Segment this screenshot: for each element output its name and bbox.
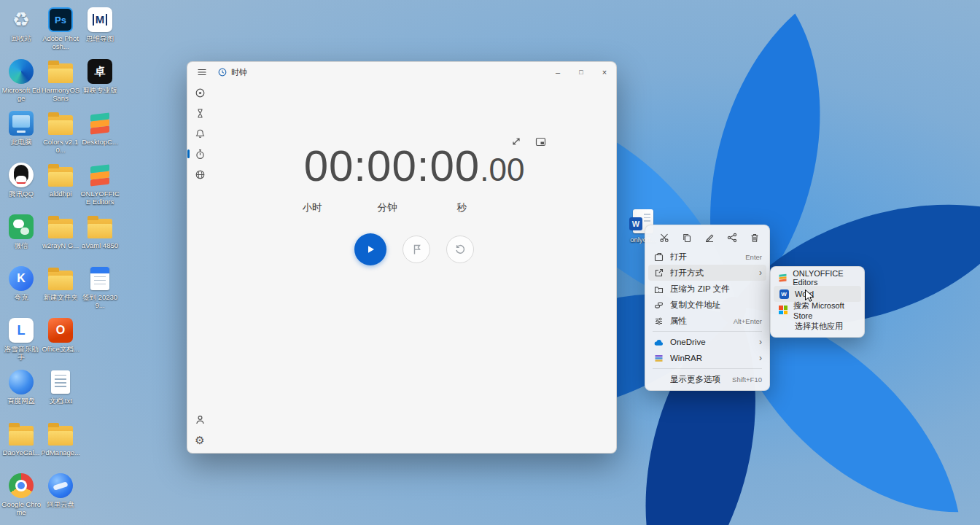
flag-icon: [411, 244, 422, 255]
icon-label: alddhpi: [41, 190, 80, 198]
desktop-icon-photoshop[interactable]: Adobe Photosh...: [41, 4, 80, 56]
hours-label: 小时: [303, 201, 322, 214]
desktop-icon-chrome[interactable]: Google Chrome: [1, 470, 41, 522]
sidebar-item-focus-sessions[interactable]: [190, 82, 210, 103]
icon-label: 回收站: [1, 34, 41, 42]
menu-item-onedrive[interactable]: OneDrive: [648, 334, 766, 350]
icon-label: 签到 202309...: [80, 293, 120, 310]
layer-stack-icon: [88, 163, 112, 187]
submenu-item-label: ONLYOFFICE Editors: [793, 269, 857, 287]
desktop-icon-wechat[interactable]: 微信: [1, 211, 41, 263]
account-button[interactable]: [190, 409, 210, 429]
desktop-icon-edge[interactable]: Microsoft Edge: [1, 56, 41, 108]
submenu-item-choose-other-app[interactable]: 选择其他应用: [774, 318, 861, 334]
submenu-item-search-store[interactable]: 搜索 Microsoft Store: [774, 302, 861, 318]
quick-actions-row: [648, 228, 766, 249]
icon-label: aVaml 4850: [80, 241, 120, 249]
cut-icon: [659, 233, 669, 243]
settings-button[interactable]: ⚙: [190, 429, 210, 450]
desktop-icon-checkin-file[interactable]: 签到 202309...: [80, 263, 120, 315]
rename-button[interactable]: [701, 230, 718, 246]
desktop-icon-folder-v2rayn[interactable]: w2rayN G...: [41, 211, 80, 263]
close-button[interactable]: ×: [593, 62, 616, 82]
menu-shortcut: Alt+Enter: [734, 317, 762, 325]
clock-app-icon: [218, 68, 227, 77]
desktop-icon-netdisk[interactable]: 百度网盘: [1, 367, 41, 419]
menu-item-open-with[interactable]: 打开方式: [648, 265, 766, 281]
hamburger-menu-button[interactable]: [193, 63, 211, 81]
start-button[interactable]: [354, 233, 386, 265]
menu-shortcut: Enter: [745, 253, 762, 261]
copy-button[interactable]: [678, 230, 695, 246]
submenu-item-onlyoffice[interactable]: ONLYOFFICE Editors: [774, 270, 861, 286]
lap-flag-button[interactable]: [402, 236, 430, 263]
open-icon: [654, 252, 664, 262]
sidebar-item-world-clock[interactable]: [190, 164, 210, 184]
account-person-icon: [195, 414, 206, 425]
desktop-icon-folder-alddhpi[interactable]: alddhpi: [41, 160, 80, 211]
desktop-icon-folder-harmonyos[interactable]: HarmonyOS Sans: [41, 56, 80, 108]
menu-item-label: 打开: [670, 252, 741, 262]
folder-icon: [9, 426, 34, 446]
cut-button[interactable]: [656, 230, 672, 246]
desktop-icon-folder-colors[interactable]: Colors v2.10...: [41, 108, 80, 160]
desktop-icon-desktopcal[interactable]: DesktopC...: [80, 108, 120, 160]
seconds-label: 秒: [456, 201, 467, 214]
desktop-icon-onlyoffice[interactable]: ONLYOFFICE Editors: [80, 160, 120, 211]
desktop-icon-column-1: 回收站 Microsoft Edge 此电脑 腾讯QQ 微信 夸克 洛雪音乐助手…: [1, 4, 41, 522]
desktop-icon-capcut[interactable]: 剪映专业版: [80, 56, 120, 108]
desktop-icon-lx-music[interactable]: 洛雪音乐助手: [1, 315, 41, 367]
folder-icon: [48, 115, 73, 135]
desktop-icon-this-pc[interactable]: 此电脑: [1, 108, 41, 160]
menu-item-compress-zip[interactable]: 压缩为 ZIP 文件: [648, 281, 766, 297]
desktop-icon-quark[interactable]: 夸克: [1, 263, 41, 315]
sidebar-item-stopwatch[interactable]: [190, 144, 210, 164]
icon-label: 文档.txt: [41, 397, 80, 405]
menu-item-label: 复制文件地址: [670, 300, 762, 311]
icon-label: Google Chrome: [1, 500, 41, 517]
folder-icon: [48, 63, 73, 83]
stopwatch-page: 00:00:00.00 小时 分钟 秒: [212, 82, 616, 453]
folder-icon: [48, 219, 73, 238]
share-icon: [727, 233, 737, 243]
desktop-icon-recycle-bin[interactable]: 回收站: [1, 4, 41, 56]
icon-label: 思维导图: [80, 34, 120, 42]
menu-item-properties[interactable]: 属性 Alt+Enter: [648, 313, 766, 329]
delete-trash-icon: [750, 233, 760, 243]
share-button[interactable]: [724, 230, 741, 246]
menu-item-winrar[interactable]: WinRAR: [648, 350, 766, 366]
desktop-icon-office[interactable]: Office文档...: [41, 315, 80, 367]
folder-icon: [48, 271, 73, 290]
desktop-icon-folder-daoyegal[interactable]: DaoYeGal...: [1, 419, 41, 470]
reset-button[interactable]: [446, 236, 474, 263]
icon-label: Microsoft Edge: [1, 86, 41, 103]
stopwatch-controls: [212, 233, 616, 265]
sidebar-item-alarm[interactable]: [190, 123, 210, 144]
menu-item-open[interactable]: 打开 Enter: [648, 249, 766, 265]
desktop-icon-folder-avaml[interactable]: aVaml 4850: [80, 211, 120, 263]
desktop-icon-folder-new[interactable]: 新建文件夹: [41, 263, 80, 315]
copy-path-link-icon: [654, 300, 664, 310]
sidebar-item-timer[interactable]: [190, 103, 210, 123]
icon-label: 百度网盘: [1, 397, 41, 405]
spreadsheet-icon: [90, 267, 109, 290]
hamburger-icon: [197, 67, 207, 77]
m-app-icon: [88, 7, 112, 32]
desktop-icon-qq[interactable]: 腾讯QQ: [1, 160, 41, 211]
delete-button[interactable]: [747, 230, 763, 246]
desktop-icon-aliyun-drive[interactable]: 阿里云盘: [41, 470, 80, 522]
menu-item-copy-path[interactable]: 复制文件地址: [648, 297, 766, 313]
menu-item-label: OneDrive: [670, 338, 759, 346]
settings-gear-icon: ⚙: [195, 435, 204, 446]
desktop-icon-folder-pdmanage[interactable]: PdManage...: [41, 419, 80, 470]
window-titlebar[interactable]: 时钟 – □ ×: [187, 62, 616, 82]
maximize-button[interactable]: □: [569, 62, 593, 82]
minimize-button[interactable]: –: [546, 62, 569, 82]
menu-item-show-more-options[interactable]: 显示更多选项 Shift+F10: [648, 371, 766, 387]
desktop-icon-mindmap[interactable]: 思维导图: [80, 4, 120, 56]
menu-item-label: 显示更多选项: [670, 374, 728, 385]
open-with-submenu: ONLYOFFICE Editors W Word 搜索 Microsoft S…: [770, 266, 865, 338]
minutes-label: 分钟: [378, 201, 397, 214]
desktop-icon-text-file[interactable]: 文档.txt: [41, 367, 80, 419]
icon-label: ONLYOFFICE Editors: [80, 190, 120, 206]
